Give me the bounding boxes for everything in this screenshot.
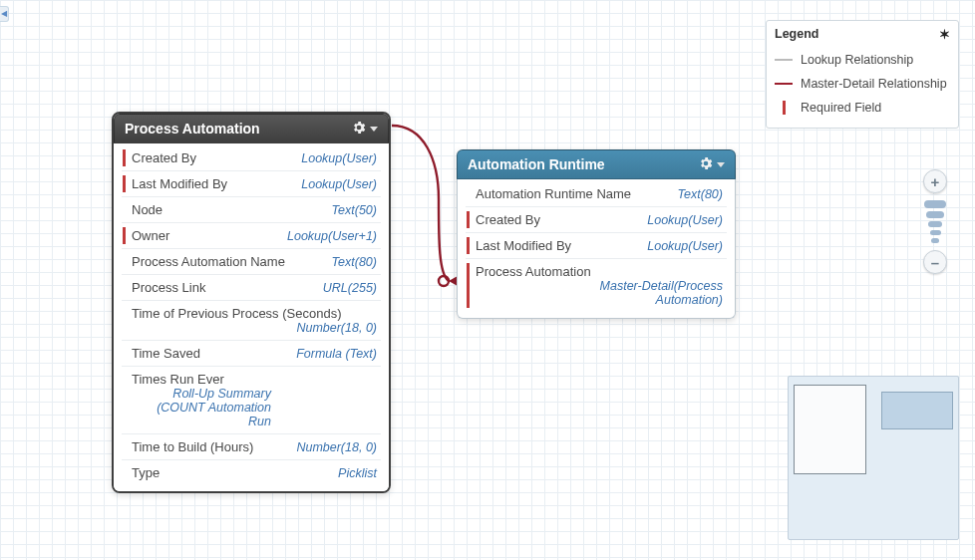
svg-point-0 bbox=[439, 276, 449, 286]
legend-panel: Legend ✶ Lookup Relationship Master-Deta… bbox=[766, 20, 959, 129]
field-row[interactable]: Last Modified ByLookup(User) bbox=[466, 233, 727, 259]
field-row[interactable]: Time to Build (Hours)Number(18, 0) bbox=[122, 434, 381, 460]
zoom-step[interactable] bbox=[926, 211, 944, 218]
entity-body: Created ByLookup(User) Last Modified ByL… bbox=[114, 143, 389, 491]
chevron-down-icon bbox=[370, 127, 378, 132]
legend-row-master-detail: Master-Detail Relationship bbox=[775, 72, 950, 96]
legend-row-lookup: Lookup Relationship bbox=[775, 48, 950, 72]
legend-title: Legend bbox=[775, 27, 818, 42]
field-row[interactable]: Process AutomationMaster-Detail(Process … bbox=[466, 259, 727, 312]
zoom-slider[interactable] bbox=[924, 197, 946, 246]
legend-swatch-master-detail bbox=[775, 83, 793, 85]
zoom-step[interactable] bbox=[931, 238, 939, 243]
legend-swatch-lookup bbox=[775, 59, 793, 61]
entity-header[interactable]: Automation Runtime bbox=[457, 149, 736, 179]
field-row[interactable]: Time SavedFormula (Text) bbox=[122, 341, 381, 367]
entity-process-automation[interactable]: Process Automation Created ByLookup(User… bbox=[112, 112, 391, 493]
zoom-out-button[interactable]: – bbox=[923, 250, 947, 274]
entity-header[interactable]: Process Automation bbox=[114, 114, 389, 143]
chevron-down-icon bbox=[717, 162, 725, 167]
entity-body: Automation Runtime NameText(80) Created … bbox=[457, 179, 736, 319]
close-icon[interactable]: ✶ bbox=[939, 27, 950, 42]
legend-row-required: Required Field bbox=[775, 96, 950, 120]
entity-title: Process Automation bbox=[125, 121, 260, 137]
zoom-step[interactable] bbox=[924, 200, 946, 208]
field-row[interactable]: Created ByLookup(User) bbox=[122, 145, 381, 171]
entity-automation-runtime[interactable]: Automation Runtime Automation Runtime Na… bbox=[457, 149, 736, 319]
field-row[interactable]: Automation Runtime NameText(80) bbox=[466, 181, 727, 207]
zoom-in-button[interactable]: + bbox=[923, 169, 947, 193]
field-row[interactable]: Created ByLookup(User) bbox=[466, 207, 727, 233]
field-row[interactable]: Time of Previous Process (Seconds)Number… bbox=[122, 301, 381, 341]
field-row[interactable]: TypePicklist bbox=[122, 460, 381, 485]
legend-swatch-required bbox=[783, 101, 786, 115]
entity-menu-button[interactable] bbox=[351, 120, 378, 139]
minimap-viewport[interactable] bbox=[794, 385, 866, 474]
field-row[interactable]: Process LinkURL(255) bbox=[122, 275, 381, 301]
gear-icon bbox=[351, 120, 367, 139]
field-row[interactable]: Last Modified ByLookup(User) bbox=[122, 171, 381, 197]
entity-title: Automation Runtime bbox=[468, 156, 605, 172]
field-row[interactable]: OwnerLookup(User+1) bbox=[122, 223, 381, 249]
zoom-step[interactable] bbox=[928, 221, 942, 227]
zoom-step[interactable] bbox=[930, 230, 941, 235]
gear-icon bbox=[698, 155, 714, 174]
field-row[interactable]: Process Automation NameText(80) bbox=[122, 249, 381, 275]
left-panel-collapse[interactable]: ◀ bbox=[0, 6, 9, 22]
field-row[interactable]: Times Run EverRoll-Up Summary (COUNT Aut… bbox=[122, 367, 381, 434]
minimap[interactable] bbox=[788, 376, 959, 540]
minimap-entity bbox=[881, 392, 953, 429]
zoom-control: + – bbox=[919, 169, 951, 274]
field-row[interactable]: NodeText(50) bbox=[122, 197, 381, 223]
entity-menu-button[interactable] bbox=[698, 155, 725, 174]
